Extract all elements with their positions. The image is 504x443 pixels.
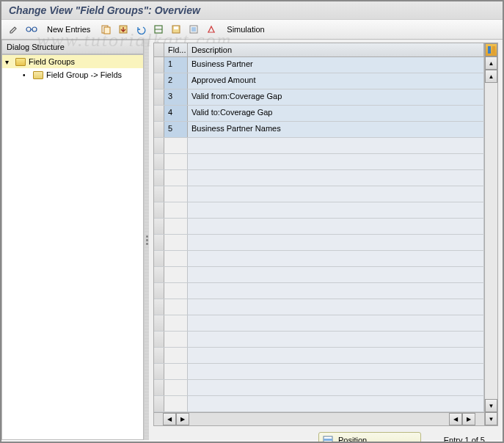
table-row[interactable]: 4Valid to:Coverage Gap	[154, 106, 484, 122]
cell-fld[interactable]	[164, 364, 188, 379]
hscroll-right-icon[interactable]: ▶	[176, 413, 189, 425]
row-selector-handle[interactable]	[154, 106, 164, 121]
config-columns-icon[interactable]	[485, 43, 497, 56]
cell-fld[interactable]	[164, 138, 188, 153]
cell-fld[interactable]	[164, 267, 188, 282]
cell-description[interactable]	[188, 283, 484, 299]
cell-description[interactable]: Valid from:Coverage Gap	[188, 89, 484, 105]
cell-description[interactable]	[188, 154, 484, 169]
tree-item-field-group-fields[interactable]: • Field Group -> Fields	[2, 68, 143, 81]
cell-description[interactable]	[188, 315, 484, 331]
cell-description[interactable]	[188, 380, 484, 395]
table-row-empty[interactable]	[154, 219, 484, 235]
row-selector-handle[interactable]	[154, 186, 164, 202]
cell-fld[interactable]	[164, 251, 188, 266]
cell-description[interactable]: Valid to:Coverage Gap	[188, 106, 484, 121]
vscroll-track[interactable]	[485, 83, 497, 399]
table-row-empty[interactable]	[154, 299, 484, 315]
change-icon[interactable]	[7, 23, 21, 36]
row-selector-handle[interactable]	[154, 251, 164, 266]
table-row-empty[interactable]	[154, 364, 484, 380]
column-header-fld[interactable]: Fld...	[164, 43, 188, 56]
cell-fld[interactable]	[164, 315, 188, 331]
row-selector-handle[interactable]	[154, 219, 164, 234]
cell-description[interactable]	[188, 186, 484, 202]
save2-icon[interactable]	[169, 23, 183, 36]
cell-description[interactable]	[188, 348, 484, 363]
table-row-empty[interactable]	[154, 396, 484, 412]
row-selector-handle[interactable]	[154, 154, 164, 169]
hscroll-right2-icon[interactable]: ▶	[462, 413, 475, 425]
cell-description[interactable]	[188, 170, 484, 186]
row-selector-handle[interactable]	[154, 235, 164, 250]
cell-fld[interactable]: 5	[164, 122, 188, 137]
cell-description[interactable]: Approved Amount	[188, 73, 484, 89]
select-all-icon[interactable]	[187, 23, 200, 36]
table-row-empty[interactable]	[154, 348, 484, 364]
cell-fld[interactable]	[164, 348, 188, 363]
delimit-icon[interactable]	[152, 23, 165, 36]
table-row[interactable]: 1Business Partner	[154, 57, 484, 73]
cell-fld[interactable]: 4	[164, 106, 188, 121]
row-selector-handle[interactable]	[154, 89, 164, 105]
table-row-empty[interactable]	[154, 138, 484, 154]
row-selector-handle[interactable]	[154, 170, 164, 186]
row-selector-handle[interactable]	[154, 267, 164, 282]
cell-description[interactable]	[188, 235, 484, 250]
cell-fld[interactable]	[164, 170, 188, 186]
cell-description[interactable]	[188, 202, 484, 218]
vscroll-down-icon[interactable]: ▼	[485, 399, 497, 412]
table-row-empty[interactable]	[154, 154, 484, 170]
test-icon[interactable]	[205, 23, 218, 36]
row-selector-handle[interactable]	[154, 364, 164, 379]
new-entries-button[interactable]: New Entries	[43, 23, 95, 35]
table-row-empty[interactable]	[154, 380, 484, 396]
save-down-icon[interactable]	[117, 23, 130, 36]
table-row-empty[interactable]	[154, 235, 484, 251]
row-selector-handle[interactable]	[154, 122, 164, 137]
cell-fld[interactable]	[164, 396, 188, 411]
row-selector-handle[interactable]	[154, 57, 164, 73]
table-row-empty[interactable]	[154, 267, 484, 283]
table-corner[interactable]	[154, 43, 164, 56]
cell-fld[interactable]: 3	[164, 89, 188, 105]
tree-expand-icon[interactable]: ▾	[5, 58, 12, 66]
cell-fld[interactable]	[164, 283, 188, 299]
table-row-empty[interactable]	[154, 283, 484, 299]
cell-description[interactable]: Business Partner	[188, 57, 484, 73]
cell-fld[interactable]	[164, 202, 188, 218]
cell-fld[interactable]	[164, 154, 188, 169]
table-row-empty[interactable]	[154, 251, 484, 267]
row-selector-handle[interactable]	[154, 299, 164, 315]
cell-description[interactable]	[188, 364, 484, 379]
cell-description[interactable]	[188, 219, 484, 234]
table-row[interactable]: 3Valid from:Coverage Gap	[154, 89, 484, 106]
row-selector-handle[interactable]	[154, 380, 164, 395]
row-selector-handle[interactable]	[154, 138, 164, 153]
cell-fld[interactable]	[164, 380, 188, 395]
table-row-empty[interactable]	[154, 332, 484, 348]
cell-fld[interactable]	[164, 332, 188, 347]
vscroll-up-icon[interactable]: ▲	[485, 56, 497, 70]
row-selector-handle[interactable]	[154, 73, 164, 89]
undo-icon[interactable]	[134, 23, 147, 36]
cell-description[interactable]	[188, 251, 484, 266]
hscroll-left-icon[interactable]: ◀	[163, 413, 176, 425]
row-selector-handle[interactable]	[154, 202, 164, 218]
cell-fld[interactable]	[164, 219, 188, 234]
tree-item-field-groups[interactable]: ▾ Field Groups	[2, 55, 143, 68]
cell-description[interactable]	[188, 299, 484, 315]
row-selector-handle[interactable]	[154, 315, 164, 331]
table-row[interactable]: 5Business Partner Names	[154, 122, 484, 138]
row-selector-handle[interactable]	[154, 332, 164, 347]
cell-description[interactable]: Business Partner Names	[188, 122, 484, 137]
column-header-description[interactable]: Description	[188, 43, 484, 56]
cell-fld[interactable]: 1	[164, 57, 188, 73]
copy-icon[interactable]	[99, 23, 112, 36]
glasses-icon[interactable]	[25, 23, 38, 36]
table-row-empty[interactable]	[154, 202, 484, 219]
table-row-empty[interactable]	[154, 170, 484, 186]
vscroll-up2-icon[interactable]: ▲	[485, 70, 497, 83]
table-row-empty[interactable]	[154, 315, 484, 332]
row-selector-handle[interactable]	[154, 283, 164, 299]
